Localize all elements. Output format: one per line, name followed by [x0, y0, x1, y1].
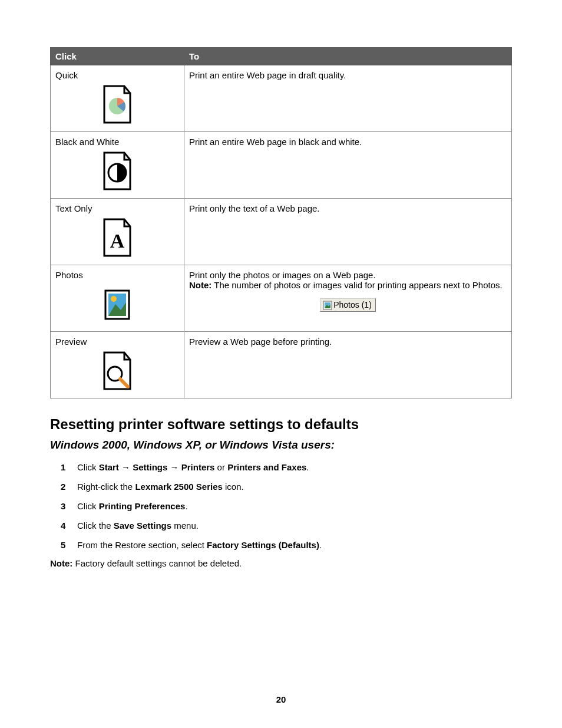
bw-desc: Print an entire Web page in black and wh… [184, 132, 512, 199]
quick-desc: Print an entire Web page in draft qualit… [184, 65, 512, 132]
preview-label: Preview [55, 337, 179, 347]
table-row: Black and White Print an entire Web page… [51, 132, 512, 199]
photos-note: Note: The number of photos or images val… [189, 280, 507, 290]
header-to: To [184, 48, 512, 65]
subsection-heading: Windows 2000, Windows XP, or Windows Vis… [50, 439, 512, 452]
step-4: Click the Save Settings menu. [67, 519, 512, 532]
section-heading: Resetting printer software settings to d… [50, 416, 512, 433]
table-row: Quick Print an entire Web page in draft … [51, 65, 512, 132]
svg-text:A: A [110, 230, 125, 252]
step-5: From the Restore section, select Factory… [67, 539, 512, 551]
preview-icon [55, 350, 179, 393]
quick-icon [55, 84, 179, 127]
svg-point-5 [111, 296, 117, 302]
text-label: Text Only [55, 203, 179, 213]
photos-icon [55, 284, 179, 327]
page-number: 20 [0, 694, 562, 704]
bw-label: Black and White [55, 137, 179, 147]
steps-list: Click Start → Settings → Printers or Pri… [50, 461, 512, 551]
photos-count-badge: Photos (1) [320, 298, 376, 312]
quick-label: Quick [55, 70, 179, 80]
step-1: Click Start → Settings → Printers or Pri… [67, 461, 512, 473]
photos-desc: Print only the photos or images on a Web… [189, 270, 507, 280]
preview-desc: Preview a Web page before printing. [184, 332, 512, 398]
bottom-note: Note: Factory default settings cannot be… [50, 558, 512, 568]
table-row: Text Only A Print only the text of a Web… [51, 199, 512, 265]
step-3: Click Printing Preferences. [67, 500, 512, 512]
text-desc: Print only the text of a Web page. [184, 199, 512, 265]
step-2: Right-click the Lexmark 2500 Series icon… [67, 480, 512, 493]
black-white-icon [55, 150, 179, 193]
text-only-icon: A [55, 217, 179, 260]
header-click: Click [51, 48, 184, 65]
photos-label: Photos [55, 270, 179, 280]
table-row: Photos Print only the photos or images o… [51, 265, 512, 332]
print-options-table: Click To Quick Print an entire Web page [50, 47, 512, 398]
table-row: Preview Preview a Web page before printi… [51, 332, 512, 398]
